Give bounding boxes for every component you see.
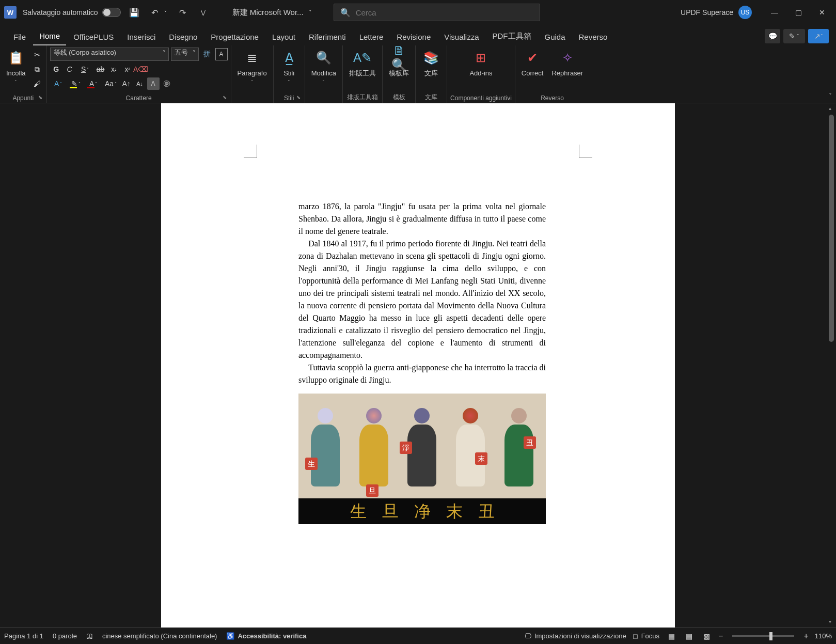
- tab-home[interactable]: Home: [33, 27, 66, 45]
- search-box[interactable]: 🔍: [334, 4, 540, 21]
- qat-customize-icon[interactable]: ⋁: [196, 5, 211, 20]
- paragraph[interactable]: Tuttavia scoppiò la guerra anti-giappone…: [298, 362, 546, 386]
- grow-font-icon[interactable]: A↑: [120, 77, 133, 90]
- chevron-down-icon: ˅: [309, 9, 312, 16]
- edit-button[interactable]: 🔍 Modifica ˅: [308, 48, 339, 86]
- document-title[interactable]: 新建 Microsoft Wor... ˅: [232, 8, 312, 18]
- focus-mode[interactable]: ◻Focus: [633, 632, 659, 640]
- tab-disegno[interactable]: Disegno: [163, 28, 203, 45]
- page-content[interactable]: marzo 1876, la parola "Jingju" fu usata …: [298, 200, 546, 524]
- magnifier-icon: 🔍: [314, 49, 333, 67]
- underline-icon[interactable]: S˅: [77, 63, 93, 75]
- tab-guida[interactable]: Guida: [539, 28, 572, 45]
- tab-pdftoolbox[interactable]: PDF工具箱: [486, 27, 538, 45]
- font-name-select[interactable]: 等线 (Corpo asiatico): [50, 48, 169, 61]
- tab-riferimenti[interactable]: Riferimenti: [303, 28, 352, 45]
- figurine-jing: 淨: [404, 408, 440, 496]
- styles-button[interactable]: A̲ Stili ˅: [277, 48, 302, 86]
- phonetic-guide-icon[interactable]: 拼: [201, 48, 213, 60]
- dialog-launcher-icon[interactable]: ⬊: [223, 95, 227, 100]
- page-indicator[interactable]: Pagina 1 di 1: [4, 632, 43, 640]
- char-border-icon[interactable]: A: [215, 48, 228, 60]
- group-moban: 🗎🔍 模板库 模板: [383, 45, 416, 103]
- dialog-launcher-icon[interactable]: ⬊: [296, 95, 301, 100]
- text-effects-icon[interactable]: A˅: [50, 77, 67, 90]
- paragraph-button[interactable]: ≣ Paragrafo ˅: [234, 48, 270, 86]
- print-layout-icon[interactable]: ▤: [683, 631, 695, 642]
- page[interactable]: marzo 1876, la parola "Jingju" fu usata …: [161, 103, 675, 627]
- format-painter-icon[interactable]: 🖌: [31, 77, 43, 90]
- language-indicator[interactable]: cinese semplificato (Cina continentale): [102, 632, 217, 640]
- minimize-button[interactable]: —: [767, 5, 782, 20]
- web-layout-icon[interactable]: ▩: [701, 631, 712, 642]
- redo-icon[interactable]: ↷: [176, 5, 190, 20]
- undo-icon[interactable]: ↶: [148, 5, 162, 20]
- tab-inserisci[interactable]: Inserisci: [121, 28, 162, 45]
- shrink-font-icon[interactable]: A↓: [134, 77, 146, 90]
- superscript-icon[interactable]: x²: [121, 63, 134, 75]
- clear-format-icon[interactable]: A⌫: [135, 63, 147, 75]
- toggle-switch[interactable]: [102, 8, 121, 17]
- addins-button[interactable]: ⊞ Add-ins: [466, 48, 495, 78]
- undo-caret-icon[interactable]: ˅: [162, 5, 169, 20]
- group-clipboard-label: Appunti⬊: [3, 93, 43, 103]
- display-settings[interactable]: 🖵Impostazioni di visualizzazione: [525, 632, 626, 640]
- bold-icon[interactable]: G: [50, 63, 62, 75]
- tab-layout[interactable]: Layout: [266, 28, 302, 45]
- tab-visualizza[interactable]: Visualizza: [438, 28, 485, 45]
- wenku-button[interactable]: 📚 文库: [419, 48, 444, 78]
- paste-button[interactable]: 📋 Incolla ˅: [3, 48, 29, 86]
- avatar[interactable]: US: [738, 6, 752, 19]
- paragraph[interactable]: marzo 1876, la parola "Jingju" fu usata …: [298, 200, 546, 238]
- paragraph[interactable]: Dal 1840 al 1917, fu il primo periodo fi…: [298, 238, 546, 362]
- scroll-thumb[interactable]: [829, 115, 834, 342]
- spellcheck-icon[interactable]: 🕮: [86, 632, 93, 640]
- correct-button[interactable]: ✔ Correct: [518, 48, 547, 78]
- caption-char: 净: [414, 499, 431, 524]
- user-name[interactable]: UPDF Superace: [681, 8, 733, 17]
- editing-mode-button[interactable]: ✎˅: [783, 29, 805, 43]
- group-wenku-label: 文库: [419, 92, 444, 103]
- caption-char: 生: [350, 499, 367, 524]
- scroll-up-icon[interactable]: ▴: [829, 105, 831, 111]
- word-count[interactable]: 0 parole: [53, 632, 77, 640]
- rephraser-icon: ✧: [558, 49, 577, 67]
- subscript-icon[interactable]: x₂: [108, 63, 120, 75]
- change-case-icon[interactable]: Aa˅: [103, 77, 119, 90]
- highlight-icon[interactable]: ✎˅: [68, 77, 84, 90]
- dialog-launcher-icon[interactable]: ⬊: [38, 95, 42, 100]
- search-input[interactable]: [356, 8, 533, 17]
- comments-button[interactable]: 💬: [765, 29, 780, 43]
- italic-icon[interactable]: C: [64, 63, 76, 75]
- tab-file[interactable]: File: [7, 28, 32, 45]
- tab-lettere[interactable]: Lettere: [353, 28, 390, 45]
- paiban-button[interactable]: A✎ 排版工具: [346, 48, 379, 78]
- char-shading-icon[interactable]: A: [147, 77, 160, 90]
- tab-progettazione[interactable]: Progettazione: [204, 28, 265, 45]
- zoom-slider[interactable]: [732, 635, 794, 637]
- rephraser-button[interactable]: ✧ Rephraser: [548, 48, 586, 78]
- maximize-button[interactable]: ▢: [791, 5, 806, 20]
- zoom-level[interactable]: 110%: [815, 632, 832, 640]
- font-color-icon[interactable]: A˅: [85, 77, 102, 90]
- cut-icon[interactable]: ✂: [31, 49, 43, 61]
- close-button[interactable]: ✕: [815, 5, 829, 20]
- vertical-scrollbar[interactable]: ▴ ▾: [828, 104, 835, 625]
- autosave-toggle[interactable]: Salvataggio automatico: [23, 8, 121, 17]
- zoom-in-icon[interactable]: +: [803, 632, 808, 641]
- copy-icon[interactable]: ⧉: [31, 63, 43, 75]
- accessibility-check[interactable]: ♿Accessibilità: verifica: [226, 632, 306, 640]
- tab-reverso[interactable]: Reverso: [573, 28, 614, 45]
- read-mode-icon[interactable]: ▦: [666, 631, 677, 642]
- enclose-char-icon[interactable]: ㊝: [161, 77, 173, 90]
- share-button[interactable]: ↗˅: [808, 29, 829, 43]
- strikethrough-icon[interactable]: ab: [94, 63, 107, 75]
- tab-officeplus[interactable]: OfficePLUS: [67, 28, 120, 45]
- group-edit: 🔍 Modifica ˅: [305, 45, 343, 103]
- save-icon[interactable]: 💾: [127, 5, 141, 20]
- font-size-select[interactable]: 五号: [171, 48, 199, 61]
- zoom-out-icon[interactable]: −: [718, 632, 723, 641]
- ribbon-collapse-icon[interactable]: ˅: [829, 92, 832, 100]
- scroll-down-icon[interactable]: ▾: [829, 619, 831, 624]
- mobanku-button[interactable]: 🗎🔍 模板库: [386, 48, 412, 78]
